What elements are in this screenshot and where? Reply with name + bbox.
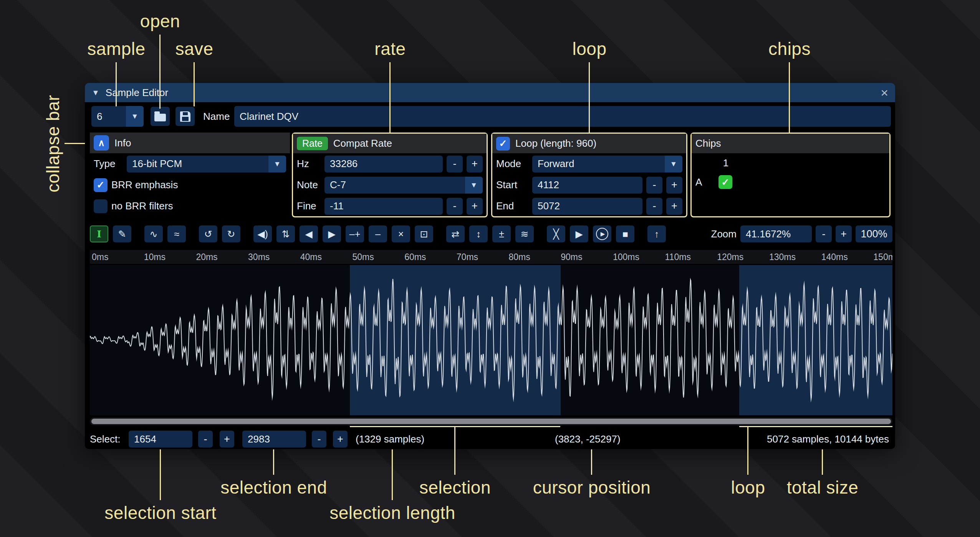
crossfade-button[interactable]: ╳ <box>547 225 565 242</box>
rate-header: Rate Compat Rate <box>293 134 487 153</box>
waveform-view[interactable] <box>90 265 892 415</box>
loop-end-input[interactable]: 5072 <box>532 198 642 215</box>
resample-button[interactable]: ≈ <box>167 225 186 242</box>
loop-start-minus-button[interactable]: - <box>646 177 662 194</box>
hz-input[interactable]: 33286 <box>324 156 443 172</box>
loop-start-input[interactable]: 4112 <box>532 177 642 194</box>
fade-out-button[interactable]: ▶ <box>323 225 341 242</box>
chip-row-label: A <box>695 176 715 188</box>
name-label: Name <box>203 106 230 127</box>
annotation-line-cursor-position <box>591 449 592 475</box>
selection-start-input[interactable]: 1654 <box>129 431 192 448</box>
loop-start-plus-button[interactable]: + <box>666 177 682 194</box>
save-button[interactable] <box>175 107 195 126</box>
sign-button[interactable]: ± <box>492 225 511 242</box>
chip-enable-checkbox[interactable]: ✓ <box>718 175 732 189</box>
fade-in-button[interactable]: ◀ <box>300 225 318 242</box>
annotation-line-selection <box>454 426 455 475</box>
open-button[interactable] <box>151 107 170 126</box>
timeline-label: 150ms <box>871 250 892 264</box>
fine-minus-button[interactable]: - <box>447 198 463 215</box>
loop-end-minus-button[interactable]: - <box>646 198 662 215</box>
annotation-line-selection-start <box>160 449 161 500</box>
zoom-input[interactable]: 41.1672% <box>740 225 812 242</box>
fine-input[interactable]: -11 <box>324 198 443 215</box>
reverse-button[interactable]: ⇄ <box>446 225 465 242</box>
delete-button[interactable]: × <box>392 225 410 242</box>
timeline-label: 140ms <box>819 250 872 264</box>
rate-panel: Rate Compat Rate Hz 33286 - + Note C-7 ▼… <box>292 133 488 217</box>
zoom-label: Zoom <box>711 228 737 240</box>
redo-button[interactable]: ↻ <box>222 225 240 242</box>
scrollbar-thumb[interactable] <box>91 419 891 424</box>
sample-editor-window: ▼ Sample Editor × 6 ▼ Name Clarinet DQV … <box>85 83 895 449</box>
waveform-scrollbar[interactable] <box>90 418 892 425</box>
stop-button[interactable]: ■ <box>616 225 634 242</box>
normalize-button[interactable]: ⇅ <box>276 225 295 242</box>
name-row: 6 ▼ Name Clarinet DQV <box>85 106 895 127</box>
chevron-up-icon: ∧ <box>98 138 105 148</box>
apply-silence-button[interactable]: ‒ <box>369 225 387 242</box>
no-brr-filters-checkbox[interactable] <box>94 199 108 213</box>
zoom-reset-button[interactable]: 100% <box>856 225 892 242</box>
type-dropdown[interactable]: 16-bit PCM ▼ <box>127 156 286 172</box>
sample-toolbar: I ✎ ∿ ≈ ↺ <box>90 224 892 244</box>
sample-selector[interactable]: 6 ▼ <box>91 106 144 127</box>
note-dropdown[interactable]: C-7 ▼ <box>324 177 483 194</box>
filter-button[interactable]: ≋ <box>515 225 534 242</box>
amplify-button[interactable]: ◀) <box>253 225 272 242</box>
zoom-out-button[interactable]: - <box>816 225 832 242</box>
hz-label: Hz <box>297 158 321 170</box>
waveform-canvas[interactable] <box>90 265 892 415</box>
window-collapse-icon[interactable]: ▼ <box>92 88 99 97</box>
annotation-line-total-size <box>822 449 823 475</box>
insert-silence-button[interactable]: ‒+ <box>346 225 364 242</box>
zoom-group: Zoom 41.1672% - + 100% <box>711 225 892 242</box>
zoom-in-button[interactable]: + <box>836 225 852 242</box>
type-value: 16-bit PCM <box>132 158 182 170</box>
loop-mode-value: Forward <box>538 158 574 170</box>
info-header: ∧ Info <box>90 133 290 153</box>
selection-end-plus-button[interactable]: + <box>333 431 348 448</box>
annotation-line-selection-end <box>273 449 274 475</box>
chevron-down-icon[interactable]: ▼ <box>465 177 483 194</box>
chip-column-header: 1 <box>718 157 733 169</box>
loop-mode-dropdown[interactable]: Forward ▼ <box>532 156 682 172</box>
resize-button[interactable]: ∿ <box>144 225 163 242</box>
selection-end-minus-button[interactable]: - <box>312 431 326 448</box>
annotation-loop-bottom: loop <box>731 477 765 498</box>
selection-start-plus-button[interactable]: + <box>220 431 234 448</box>
draw-tool-button[interactable]: ✎ <box>113 225 131 242</box>
close-icon[interactable]: × <box>881 86 888 99</box>
annotation-selection-start: selection start <box>104 502 216 523</box>
check-icon: ✓ <box>722 177 730 188</box>
preview-button[interactable]: ▶ <box>570 225 588 242</box>
chevron-down-icon[interactable]: ▼ <box>126 106 144 127</box>
compat-rate-label: Compat Rate <box>333 138 392 149</box>
toolbar-buttons: I ✎ ∿ ≈ ↺ <box>90 225 670 242</box>
selection-end-input[interactable]: 2983 <box>242 431 306 448</box>
hz-plus-button[interactable]: + <box>467 156 483 172</box>
invert-button[interactable]: ↕ <box>469 225 488 242</box>
select-tool-button[interactable]: I <box>90 225 108 242</box>
chevron-down-icon[interactable]: ▼ <box>268 156 286 172</box>
annotation-sample: sample <box>87 38 145 59</box>
rate-badge[interactable]: Rate <box>297 137 328 150</box>
brr-emphasis-checkbox[interactable]: ✓ <box>94 178 108 192</box>
annotation-bracket-loop <box>739 426 892 427</box>
loop-checkbox[interactable]: ✓ <box>496 137 510 151</box>
undo-button[interactable]: ↺ <box>199 225 217 242</box>
hz-minus-button[interactable]: - <box>447 156 463 172</box>
play-button[interactable]: ▶ <box>593 225 611 242</box>
loop-end-plus-button[interactable]: + <box>666 198 682 215</box>
fine-plus-button[interactable]: + <box>467 198 483 215</box>
selection-start-minus-button[interactable]: - <box>198 431 213 448</box>
import-button[interactable]: ↑ <box>647 225 666 242</box>
annotation-cursor-position: cursor position <box>533 477 651 498</box>
sample-name-input[interactable]: Clarinet DQV <box>234 106 891 127</box>
titlebar[interactable]: ▼ Sample Editor × <box>85 83 895 102</box>
timeline-ruler: 0ms10ms20ms30ms40ms50ms60ms70ms80ms90ms1… <box>90 250 892 264</box>
chevron-down-icon[interactable]: ▼ <box>665 156 682 172</box>
collapse-bar-button[interactable]: ∧ <box>94 135 109 151</box>
trim-button[interactable]: ⊡ <box>415 225 433 242</box>
